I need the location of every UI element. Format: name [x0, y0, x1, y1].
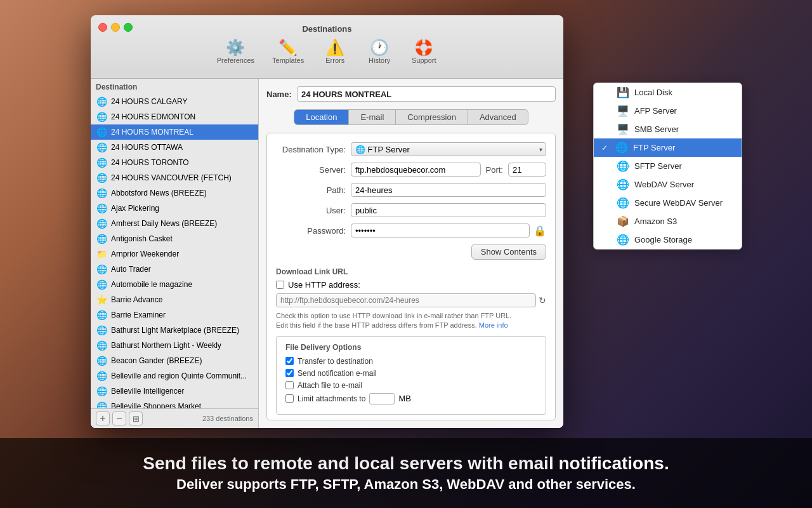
sidebar-item-autotrader[interactable]: 🌐Auto Trader — [91, 262, 258, 277]
url-refresh-icon[interactable]: ↻ — [539, 295, 546, 305]
sidebar-item-label-abbotsford: Abbotsford News (BREEZE) — [111, 189, 207, 197]
tab-compression[interactable]: Compression — [396, 110, 468, 124]
toolbar-errors[interactable]: ⚠️ Errors — [313, 37, 357, 67]
url-input-row: ↻ — [276, 293, 546, 307]
tab-location[interactable]: Location — [294, 110, 349, 124]
sidebar-item-automobile[interactable]: 🌐Automobile le magazine — [91, 277, 258, 292]
tab-group: Location E-mail Compression Advanced — [294, 109, 528, 125]
sidebar-header: Destination — [91, 79, 258, 94]
sidebar-item-belleville3[interactable]: 🌐Belleville Shoppers Market — [91, 399, 258, 408]
sidebar-item-bathurst[interactable]: 🌐Bathurst Light Marketplace (BREEZE) — [91, 323, 258, 338]
server-row: Server: Port: — [276, 163, 546, 177]
dropdown-item-amazons3[interactable]: 📦Amazon S3 — [594, 212, 742, 231]
dropdown-item-label-sftpserver: SFTP Server — [634, 161, 682, 171]
server-input[interactable] — [351, 163, 481, 177]
limit-label[interactable]: Limit attachments to — [298, 394, 365, 403]
dropdown-item-localdisk[interactable]: 💾Local Disk — [594, 83, 742, 102]
url-input[interactable] — [276, 293, 536, 307]
sidebar-item-montreal[interactable]: 🌐24 HOURS MONTREAL — [91, 124, 258, 140]
dropdown-item-label-amazons3: Amazon S3 — [634, 217, 677, 226]
remove-destination-button[interactable]: − — [112, 411, 126, 425]
sidebar-item-calgary[interactable]: 🌐24 HOURS CALGARY — [91, 94, 258, 109]
toolbar-templates[interactable]: ✏️ Templates — [263, 37, 313, 67]
toolbar-preferences[interactable]: ⚙️ Preferences — [208, 37, 263, 67]
sidebar-item-abbotsford[interactable]: 🌐Abbotsford News (BREEZE) — [91, 185, 258, 201]
banner-line1: Send files to remote and local servers w… — [143, 453, 669, 474]
duplicate-destination-button[interactable]: ⊞ — [129, 411, 143, 425]
sidebar-item-label-montreal: 24 HOURS MONTREAL — [111, 128, 193, 137]
sidebar-item-icon-ajax: 🌐 — [96, 203, 107, 213]
notify-label[interactable]: Send notification e-mail — [298, 369, 377, 378]
transfer-checkbox[interactable] — [285, 357, 294, 365]
dropdown-item-label-localdisk: Local Disk — [634, 88, 672, 97]
user-input[interactable] — [351, 203, 546, 217]
server-label: Server: — [276, 165, 346, 175]
sidebar-item-barrieadv[interactable]: ⭐Barrie Advance — [91, 292, 258, 307]
name-label: Name: — [266, 90, 292, 99]
sidebar-header-label: Destination — [96, 83, 137, 91]
attach-label[interactable]: Attach file to e-mail — [298, 381, 362, 390]
sidebar-item-bathurstN[interactable]: 🌐Bathurst Northern Light - Weekly — [91, 338, 258, 353]
sidebar-item-label-belleville3: Belleville Shoppers Market — [111, 402, 201, 408]
dropdown-item-googlestorage[interactable]: 🌐Google Storage — [594, 231, 742, 249]
close-button[interactable] — [98, 23, 107, 32]
sidebar-item-label-barrieex: Barrie Examiner — [111, 311, 166, 319]
toolbar-support[interactable]: 🛟 Support — [402, 37, 446, 67]
port-input[interactable] — [508, 163, 546, 177]
attach-checkbox[interactable] — [285, 381, 294, 389]
dropdown-item-afpserver[interactable]: 🖥️AFP Server — [594, 102, 742, 120]
main-content: Name: Location E-mail Compression Advanc… — [259, 79, 563, 428]
sidebar-item-icon-edmonton: 🌐 — [96, 112, 107, 122]
sidebar: Destination 🌐24 HOURS CALGARY🌐24 HOURS E… — [91, 79, 259, 428]
sidebar-item-ottawa[interactable]: 🌐24 HOURS OTTAWA — [91, 140, 258, 155]
dropdown-item-smbserver[interactable]: 🖥️SMB Server — [594, 120, 742, 138]
dropdown-item-icon-afpserver: 🖥️ — [617, 105, 629, 117]
sidebar-item-antigonish[interactable]: 🌐Antigonish Casket — [91, 231, 258, 246]
dropdown-item-sftpserver[interactable]: 🌐SFTP Server — [594, 157, 742, 175]
transfer-label[interactable]: Transfer to destination — [298, 357, 373, 366]
sidebar-item-label-calgary: 24 HOURS CALGARY — [111, 97, 188, 106]
sidebar-item-icon-montreal: 🌐 — [96, 127, 107, 137]
password-input[interactable] — [351, 224, 530, 237]
name-input[interactable] — [297, 86, 556, 102]
delivery-section: File Delivery Options Transfer to destin… — [276, 336, 546, 415]
sidebar-item-icon-barrieex: 🌐 — [96, 310, 107, 320]
dropdown-item-securewebdav[interactable]: 🌐Secure WebDAV Server — [594, 194, 742, 212]
window-title: Destinations — [302, 24, 351, 34]
add-destination-button[interactable]: + — [96, 411, 110, 425]
sidebar-item-toronto[interactable]: 🌐24 HOURS TORONTO — [91, 155, 258, 170]
maximize-button[interactable] — [124, 23, 133, 32]
path-input[interactable] — [351, 183, 546, 197]
destination-type-row: Destination Type: 🌐 FTP Server ▾ — [276, 142, 546, 156]
use-http-checkbox[interactable] — [276, 281, 284, 289]
tab-advanced[interactable]: Advanced — [468, 110, 528, 124]
sidebar-item-edmonton[interactable]: 🌐24 HOURS EDMONTON — [91, 109, 258, 124]
sidebar-item-vancouver[interactable]: 🌐24 HOURS VANCOUVER (FETCH) — [91, 170, 258, 185]
sidebar-item-ajax[interactable]: 🌐Ajax Pickering — [91, 201, 258, 216]
destination-type-select[interactable]: 🌐 FTP Server — [351, 142, 546, 156]
history-icon: 🕐 — [370, 40, 389, 55]
show-contents-button[interactable]: Show Contents — [471, 244, 546, 260]
sidebar-item-amherst[interactable]: 🌐Amherst Daily News (BREEZE) — [91, 216, 258, 231]
sidebar-item-belleville1[interactable]: 🌐Belleville and region Quinte Communit..… — [91, 368, 258, 384]
dropdown-item-ftpserver[interactable]: ✓🌐FTP Server — [594, 138, 742, 157]
use-http-label[interactable]: Use HTTP address: — [288, 280, 360, 290]
sidebar-item-beacon[interactable]: 🌐Beacon Gander (BREEZE) — [91, 353, 258, 368]
more-info-link[interactable]: More info — [479, 321, 508, 329]
sidebar-item-label-beacon: Beacon Gander (BREEZE) — [111, 356, 202, 365]
sidebar-item-icon-antigonish: 🌐 — [96, 234, 107, 244]
sidebar-list: Destination 🌐24 HOURS CALGARY🌐24 HOURS E… — [91, 79, 258, 408]
notify-checkbox[interactable] — [285, 369, 294, 377]
dropdown-item-webdav[interactable]: 🌐WebDAV Server — [594, 175, 742, 194]
titlebar: Destinations ⚙️ Preferences ✏️ Templates… — [91, 15, 563, 79]
sidebar-item-arnprior[interactable]: 📁Arnprior Weekender — [91, 246, 258, 262]
toolbar-history[interactable]: 🕐 History — [357, 37, 402, 67]
sidebar-item-icon-belleville3: 🌐 — [96, 401, 107, 408]
sidebar-item-label-belleville2: Belleville Intelligencer — [111, 387, 184, 396]
limit-checkbox[interactable] — [285, 394, 294, 403]
limit-value-input[interactable] — [369, 393, 395, 404]
sidebar-item-belleville2[interactable]: 🌐Belleville Intelligencer — [91, 384, 258, 399]
minimize-button[interactable] — [111, 23, 120, 32]
sidebar-item-barrieex[interactable]: 🌐Barrie Examiner — [91, 307, 258, 323]
tab-email[interactable]: E-mail — [349, 110, 396, 124]
